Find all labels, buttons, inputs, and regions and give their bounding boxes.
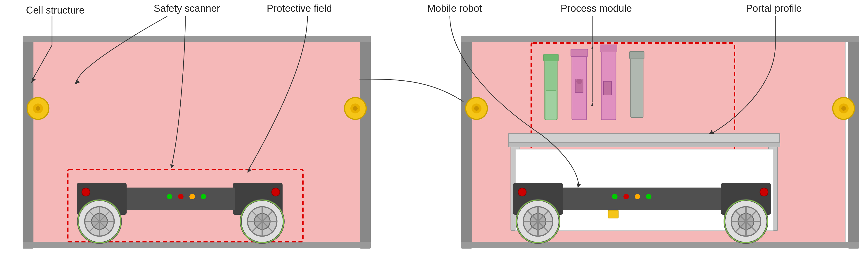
svg-rect-60 xyxy=(571,49,588,57)
svg-point-75 xyxy=(518,188,526,196)
svg-point-81 xyxy=(623,194,629,199)
svg-rect-66 xyxy=(631,54,643,118)
svg-rect-3 xyxy=(360,36,371,249)
label-process-module: Process module xyxy=(561,3,632,14)
label-mobile-robot: Mobile robot xyxy=(427,3,482,14)
svg-point-80 xyxy=(612,194,618,199)
label-safety-scanner: Safety scanner xyxy=(154,3,220,14)
svg-rect-2 xyxy=(23,36,33,249)
svg-point-11 xyxy=(353,106,358,111)
svg-point-23 xyxy=(201,194,206,199)
svg-rect-5 xyxy=(23,242,371,248)
svg-rect-58 xyxy=(546,90,556,120)
svg-rect-100 xyxy=(608,210,618,218)
label-portal-profile: Portal profile xyxy=(746,3,802,14)
svg-point-8 xyxy=(36,106,40,111)
svg-rect-71 xyxy=(508,142,780,147)
svg-point-22 xyxy=(189,194,195,199)
svg-point-18 xyxy=(272,188,280,196)
label-cell-structure: Cell structure xyxy=(26,4,85,15)
svg-point-62 xyxy=(577,78,582,84)
svg-point-15 xyxy=(82,188,90,196)
svg-rect-47 xyxy=(461,36,859,42)
svg-rect-79 xyxy=(563,188,721,210)
svg-point-78 xyxy=(760,188,768,196)
svg-point-21 xyxy=(178,194,184,199)
svg-rect-67 xyxy=(629,52,644,59)
svg-rect-4 xyxy=(23,36,371,42)
svg-rect-45 xyxy=(461,36,472,249)
svg-point-82 xyxy=(635,194,640,199)
svg-rect-48 xyxy=(461,242,859,248)
svg-point-83 xyxy=(646,194,651,199)
svg-point-54 xyxy=(841,106,846,111)
svg-rect-46 xyxy=(848,36,859,249)
label-protective-field: Protective field xyxy=(267,3,332,14)
svg-point-51 xyxy=(474,106,479,111)
svg-point-20 xyxy=(167,194,172,199)
svg-rect-65 xyxy=(603,81,612,95)
svg-rect-57 xyxy=(544,54,558,61)
svg-rect-64 xyxy=(600,45,617,52)
